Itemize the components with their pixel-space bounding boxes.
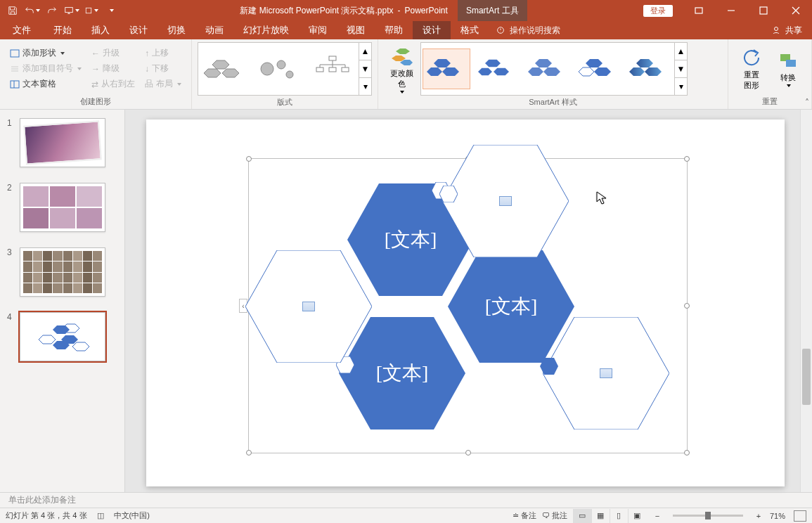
tell-me-search[interactable]: 操作说明搜索	[489, 21, 567, 39]
title-bar: 新建 Microsoft PowerPoint 演示文稿.pptx - Powe…	[0, 0, 812, 21]
slide-editor[interactable]: ‹ [文本] [文本] [文本]	[125, 110, 812, 492]
slideshow-view-button[interactable]: ▣	[628, 509, 646, 523]
resize-handle[interactable]	[684, 450, 690, 456]
style-option-3[interactable]	[524, 49, 572, 89]
tab-animations[interactable]: 动画	[195, 21, 233, 39]
zoom-slider-thumb[interactable]	[705, 512, 711, 519]
slide-canvas[interactable]: ‹ [文本] [文本] [文本]	[146, 120, 785, 486]
share-button[interactable]: 共享	[785, 25, 802, 37]
create-group-label: 创建图形	[0, 95, 191, 109]
ribbon: 添加形状 添加项目符号 文本窗格 ← 升级 → 降级 ⇄ 从右到左 ↑ 上移 ↓…	[0, 39, 812, 110]
language-label[interactable]: 中文(中国)	[114, 510, 150, 521]
resize-handle[interactable]	[465, 450, 471, 456]
maximize-button[interactable]	[747, 0, 780, 21]
svg-rect-21	[329, 56, 336, 60]
svg-marker-15	[212, 60, 229, 69]
tab-slideshow[interactable]: 幻灯片放映	[233, 21, 299, 39]
rtl-button: ⇄ 从右到左	[87, 77, 139, 92]
picture-placeholder-icon[interactable]	[600, 368, 612, 378]
accessibility-icon[interactable]: ◫	[97, 511, 104, 520]
svg-marker-46	[629, 67, 645, 76]
zoom-slider[interactable]	[673, 515, 743, 517]
undo-button[interactable]	[24, 2, 41, 19]
hex-text[interactable]: [文本]	[448, 293, 574, 320]
sorter-view-button[interactable]: ▦	[591, 509, 610, 523]
vertical-scrollbar[interactable]	[800, 110, 812, 492]
resize-handle[interactable]	[246, 450, 252, 456]
convert-button[interactable]: 转换	[771, 49, 806, 89]
style-option-4[interactable]	[574, 49, 622, 89]
redo-button[interactable]	[44, 2, 60, 19]
style-option-1[interactable]	[423, 49, 470, 89]
move-up-button: ↑ 上移	[141, 46, 186, 61]
tell-me-label: 操作说明搜索	[510, 25, 560, 37]
slide-thumbnail-3[interactable]	[20, 247, 105, 297]
svg-marker-33	[442, 67, 459, 76]
close-button[interactable]	[780, 0, 812, 21]
login-button[interactable]: 登录	[643, 5, 673, 17]
zoom-in-button[interactable]: +	[753, 512, 764, 520]
svg-marker-64	[540, 358, 558, 375]
add-shape-button[interactable]: 添加形状	[6, 46, 86, 61]
save-button[interactable]	[4, 2, 21, 19]
qat-more-button[interactable]	[83, 2, 100, 19]
layouts-spinner[interactable]: ▲▼▾	[359, 43, 371, 95]
tab-design[interactable]: 设计	[120, 21, 157, 39]
tab-smartart-format[interactable]: 格式	[451, 21, 489, 39]
picture-placeholder-icon[interactable]	[499, 196, 512, 206]
text-pane-button[interactable]: 文本窗格	[6, 77, 86, 92]
slide-thumbnail-1[interactable]	[20, 118, 105, 167]
smartart-hex-picture-3[interactable]	[543, 317, 669, 430]
svg-marker-38	[535, 59, 552, 67]
tab-file[interactable]: 文件	[0, 21, 44, 39]
minimize-button[interactable]	[715, 0, 747, 21]
notes-toggle[interactable]: ≐ 备注	[513, 510, 536, 521]
picture-placeholder-icon[interactable]	[302, 302, 315, 311]
notes-pane[interactable]: 单击此处添加备注	[0, 492, 812, 508]
svg-rect-0	[65, 8, 73, 13]
tab-help[interactable]: 帮助	[375, 21, 413, 39]
tab-insert[interactable]: 插入	[82, 21, 120, 39]
layout-option-2[interactable]	[253, 49, 304, 89]
resize-handle[interactable]	[684, 303, 690, 309]
smartart-selection[interactable]: ‹ [文本] [文本] [文本]	[248, 158, 688, 453]
zoom-percent[interactable]: 71%	[770, 512, 785, 520]
layout-option-1[interactable]	[200, 49, 250, 89]
tab-transitions[interactable]: 切换	[157, 21, 195, 39]
tab-smartart-design[interactable]: 设计	[413, 21, 451, 39]
reading-view-button[interactable]: ▯	[610, 509, 628, 523]
svg-marker-32	[434, 59, 451, 67]
smartart-hex-picture-2[interactable]	[245, 250, 372, 363]
styles-spinner[interactable]: ▲▼▾	[674, 43, 687, 95]
tab-view[interactable]: 视图	[337, 21, 375, 39]
zoom-out-button[interactable]: −	[652, 512, 663, 520]
smartart-hex-picture-1[interactable]	[442, 145, 569, 257]
fit-to-window-button[interactable]	[794, 510, 806, 522]
slide-thumbnail-4[interactable]	[20, 312, 105, 361]
collapse-ribbon-button[interactable]: ˄	[805, 98, 809, 108]
normal-view-button[interactable]: ▭	[573, 509, 591, 523]
layouts-gallery[interactable]: ▲▼▾	[198, 42, 372, 96]
styles-gallery[interactable]: ▲▼▾	[420, 42, 688, 96]
view-switcher: ▭ ▦ ▯ ▣	[573, 509, 646, 523]
style-option-5[interactable]	[625, 49, 673, 89]
slide-thumbnail-2[interactable]	[20, 183, 105, 232]
qat-customize-button[interactable]	[103, 2, 120, 19]
hex-text[interactable]: [文本]	[339, 360, 465, 387]
svg-marker-40	[528, 67, 543, 76]
thumb-number: 3	[7, 247, 14, 257]
reset-graphic-button[interactable]: 重置 图形	[734, 46, 769, 92]
contextual-tab-label: SmartArt 工具	[458, 0, 527, 21]
ribbon-display-button[interactable]	[683, 0, 715, 21]
layout-option-3[interactable]	[307, 49, 357, 89]
tab-review[interactable]: 审阅	[299, 21, 337, 39]
tab-home[interactable]: 开始	[44, 21, 82, 39]
scrollbar-thumb[interactable]	[802, 349, 811, 405]
comments-toggle[interactable]: 🗨 批注	[542, 510, 567, 521]
change-colors-button[interactable]: 更改颜色	[384, 43, 419, 95]
style-option-2[interactable]	[473, 49, 521, 89]
resize-handle[interactable]	[684, 156, 690, 162]
notes-placeholder[interactable]: 单击此处添加备注	[8, 494, 76, 506]
resize-handle[interactable]	[246, 156, 252, 162]
start-slideshow-button[interactable]	[63, 2, 80, 19]
